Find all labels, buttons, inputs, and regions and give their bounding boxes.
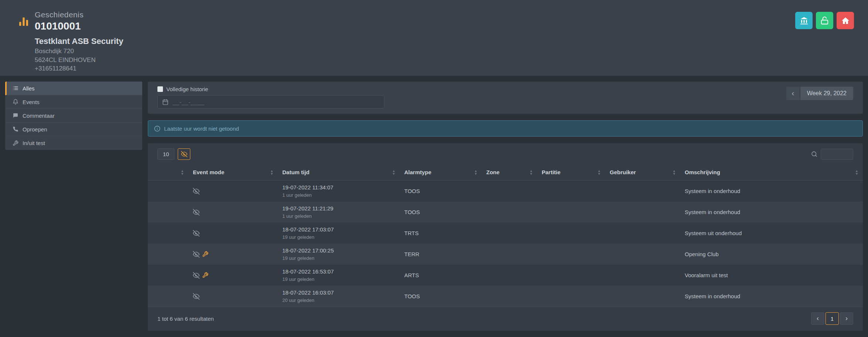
pagination-prev-button[interactable]: ‹: [811, 312, 824, 325]
list-icon: [13, 85, 18, 91]
column-header-omschrijving[interactable]: Omschrijving▲▼: [680, 164, 863, 180]
sidebar-item-label: Alles: [23, 85, 35, 92]
history-table-panel: 10 ▲▼: [148, 143, 863, 331]
full-history-option[interactable]: Volledige historie: [157, 86, 208, 92]
account-number: 01010001: [35, 20, 123, 32]
page-title: Geschiedenis: [35, 10, 123, 19]
sort-icon: ▲▼: [181, 169, 184, 175]
column-header-spacer[interactable]: ▲▼: [148, 164, 188, 180]
main-content: Volledige historie ‹ Week 29, 2022 Laats…: [148, 82, 863, 331]
sidebar-item-events[interactable]: Events: [5, 95, 142, 109]
chevron-left-icon: ‹: [817, 314, 819, 322]
event-gebruiker: [605, 202, 680, 223]
chevron-left-icon: ‹: [792, 89, 794, 97]
event-zone: [482, 286, 537, 307]
table-row[interactable]: 18-07-2022 17:03:07 19 uur geleden TRTS …: [148, 223, 863, 244]
event-zone: [482, 180, 537, 202]
eye-slash-icon: [193, 230, 200, 237]
home-icon: [841, 16, 850, 25]
event-time-ago: 1 uur geleden: [282, 213, 395, 219]
sort-icon: ▲▼: [598, 169, 601, 175]
calendar-icon: [158, 99, 173, 105]
page-size-select[interactable]: 10: [157, 148, 174, 160]
event-omschrijving: Vooralarm uit test: [680, 265, 863, 286]
sort-icon: ▲▼: [474, 169, 477, 175]
history-table: ▲▼ Event mode▲▼ Datum tijd▲▼ Alarmtype▲▼…: [148, 164, 863, 307]
event-zone: [482, 244, 537, 265]
week-prev-button[interactable]: ‹: [786, 87, 800, 100]
wrench-icon: [202, 272, 208, 278]
event-omschrijving: Systeem uit onderhoud: [680, 223, 863, 244]
full-history-checkbox[interactable]: [157, 86, 163, 92]
info-icon: [154, 125, 160, 132]
event-gebruiker: [605, 180, 680, 202]
date-picker: [157, 95, 384, 109]
event-alarmtype: TERR: [400, 244, 482, 265]
sort-icon: ▲▼: [270, 169, 273, 175]
header-actions: [795, 12, 854, 29]
phone-number: +31651128641: [35, 65, 123, 72]
column-header-partitie[interactable]: Partitie▲▼: [537, 164, 605, 180]
pagination-next-button[interactable]: ›: [840, 312, 853, 325]
event-partitie: [537, 180, 605, 202]
table-row[interactable]: 19-07-2022 11:34:07 1 uur geleden TOOS S…: [148, 180, 863, 202]
bank-button[interactable]: [795, 12, 813, 29]
pagination-page-1-button[interactable]: 1: [826, 312, 839, 325]
eye-slash-icon: [193, 272, 200, 279]
sidebar-item-inuit-test[interactable]: In/uit test: [5, 136, 142, 150]
event-alarmtype: TRTS: [400, 223, 482, 244]
search-icon: [811, 151, 817, 157]
results-summary: 1 tot 6 van 6 resultaten: [157, 316, 214, 322]
sidebar-item-label: Oproepen: [23, 126, 47, 133]
phone-icon: [13, 126, 18, 132]
event-partitie: [537, 265, 605, 286]
event-datetime: 19-07-2022 11:34:07: [282, 184, 395, 190]
event-zone: [482, 265, 537, 286]
info-alert: Laatste uur wordt niet getoond: [148, 120, 863, 137]
sidebar-item-alles[interactable]: Alles: [5, 82, 142, 95]
full-history-label: Volledige historie: [166, 86, 208, 92]
header: Geschiedenis 01010001 Testklant ASB Secu…: [0, 0, 868, 76]
table-row[interactable]: 18-07-2022 16:03:07 20 uur geleden TOOS …: [148, 286, 863, 307]
event-partitie: [537, 202, 605, 223]
address-line-1: Boschdijk 720: [35, 48, 123, 55]
home-button[interactable]: [837, 12, 854, 29]
table-row[interactable]: 19-07-2022 11:21:29 1 uur geleden TOOS S…: [148, 202, 863, 223]
unlock-button[interactable]: [816, 12, 833, 29]
search-input[interactable]: [821, 149, 853, 160]
week-navigation: ‹ Week 29, 2022: [786, 87, 853, 100]
column-header-datum-tijd[interactable]: Datum tijd▲▼: [278, 164, 400, 180]
info-alert-text: Laatste uur wordt niet getoond: [164, 125, 239, 132]
event-time-ago: 19 uur geleden: [282, 276, 395, 282]
event-time-ago: 19 uur geleden: [282, 255, 395, 261]
event-alarmtype: TOOS: [400, 180, 482, 202]
sidebar-item-commentaar[interactable]: Commentaar: [5, 109, 142, 123]
sidebar-item-oproepen[interactable]: Oproepen: [5, 123, 142, 136]
event-omschrijving: Systeem in onderhoud: [680, 180, 863, 202]
event-zone: [482, 223, 537, 244]
wrench-icon: [202, 251, 208, 257]
eye-slash-icon: [193, 209, 200, 216]
column-header-gebruiker[interactable]: Gebruiker▲▼: [605, 164, 680, 180]
column-header-zone[interactable]: Zone▲▼: [482, 164, 537, 180]
table-header-row: ▲▼ Event mode▲▼ Datum tijd▲▼ Alarmtype▲▼…: [148, 164, 863, 180]
event-partitie: [537, 223, 605, 244]
week-label: Week 29, 2022: [800, 87, 853, 100]
event-alarmtype: TOOS: [400, 202, 482, 223]
event-datetime: 18-07-2022 16:53:07: [282, 268, 395, 275]
pagination: ‹ 1 ›: [811, 312, 853, 325]
event-alarmtype: ARTS: [400, 265, 482, 286]
column-header-alarmtype[interactable]: Alarmtype▲▼: [400, 164, 482, 180]
sort-icon: ▲▼: [855, 169, 858, 175]
event-zone: [482, 202, 537, 223]
hidden-events-toggle-button[interactable]: [178, 148, 190, 160]
date-input[interactable]: [173, 96, 384, 108]
column-header-event-mode[interactable]: Event mode▲▼: [188, 164, 278, 180]
event-time-ago: 20 uur geleden: [282, 298, 395, 303]
table-row[interactable]: 18-07-2022 16:53:07 19 uur geleden ARTS …: [148, 265, 863, 286]
event-time-ago: 19 uur geleden: [282, 234, 395, 240]
sidebar-item-label: Commentaar: [23, 113, 55, 119]
sort-icon: ▲▼: [673, 169, 676, 175]
eye-slash-icon: [181, 151, 187, 157]
table-row[interactable]: 18-07-2022 17:00:25 19 uur geleden TERR …: [148, 244, 863, 265]
